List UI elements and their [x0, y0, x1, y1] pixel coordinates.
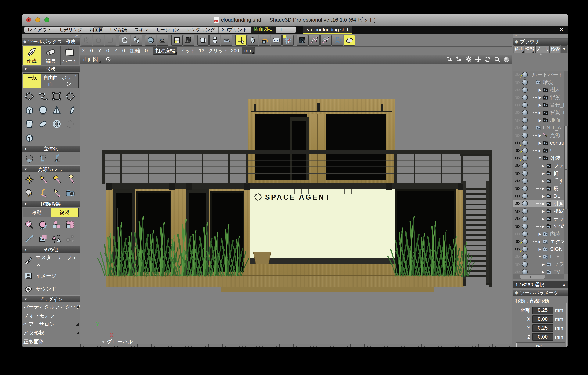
expand-arrow-icon[interactable]: ▶ — [538, 141, 542, 145]
visibility-eye-icon[interactable] — [514, 125, 521, 131]
param-value-input[interactable]: 0.00 — [532, 333, 553, 341]
visibility-eye-icon[interactable] — [514, 102, 521, 108]
tree-row-腰窓[interactable]: ▶腰窓 — [513, 207, 564, 215]
plugin-パーティクルフィジックス[interactable]: パーティクルフィジックス — [21, 302, 80, 311]
image-item[interactable]: イメージ — [21, 269, 80, 283]
pane-grid-button[interactable] — [183, 35, 194, 46]
tube-light-tool[interactable] — [50, 173, 63, 185]
render-toggle-sphere[interactable] — [522, 216, 528, 222]
render-toggle-sphere[interactable] — [522, 246, 528, 252]
render-toggle-sphere[interactable] — [522, 178, 528, 184]
tree-row-FFE[interactable]: ▼FFE — [513, 253, 564, 261]
expand-arrow-icon[interactable]: ▶ — [541, 262, 546, 266]
param-value-input[interactable]: 0.25 — [532, 324, 553, 332]
render-toggle-sphere[interactable] — [522, 72, 528, 77]
workspace-tab-4[interactable]: UV 編集 — [107, 27, 131, 33]
sphere-arrows-tool[interactable] — [23, 187, 36, 199]
visibility-eye-icon[interactable] — [514, 261, 521, 267]
zoom-window-button[interactable] — [44, 17, 49, 22]
render-toggle-sphere[interactable] — [522, 261, 528, 267]
tree-row-エクステリ[interactable]: ✓▶エクステリ — [513, 238, 564, 245]
zoom-icon[interactable] — [494, 56, 501, 63]
magnify-arrow-tool[interactable] — [23, 219, 36, 231]
visibility-eye-icon[interactable] — [514, 193, 521, 199]
workspace-tab-7[interactable]: レンダリング — [183, 27, 219, 33]
toolbox-tab-作成[interactable]: 作成 — [22, 45, 41, 65]
grid-wrench-button[interactable] — [282, 35, 294, 46]
expand-arrow-icon[interactable]: ▶ — [541, 217, 546, 221]
param-value-input[interactable]: 0.00 — [532, 315, 553, 323]
coil-button[interactable] — [209, 35, 220, 46]
tree-row-背景[interactable]: ▶背景 — [513, 94, 564, 101]
visibility-eye-icon[interactable] — [514, 87, 521, 93]
view-label-dropdown[interactable]: 正面図 — [83, 56, 101, 63]
cube-tool[interactable] — [23, 104, 36, 116]
collapse-left-icon[interactable]: « — [75, 34, 78, 39]
plugin-ヘアーサロン[interactable]: ヘアーサロン — [21, 320, 80, 329]
plugin-正多面体[interactable]: 正多面体 — [21, 337, 80, 346]
tree-row-DL[interactable]: ▶DL — [513, 192, 564, 200]
confirm-button[interactable]: 確定 — [516, 342, 565, 347]
visibility-eye-icon[interactable] — [514, 117, 521, 123]
expand-arrow-icon[interactable]: ▶ — [538, 133, 542, 138]
tree-row-地面[interactable]: ▶地面 — [513, 116, 564, 124]
section-collapse-icon[interactable]: ▼ — [24, 147, 27, 151]
render-toggle-sphere[interactable] — [522, 163, 528, 168]
grid-round-button[interactable] — [197, 35, 209, 46]
tree-row-UNIT_A[interactable]: UNIT_A — [513, 124, 564, 132]
circle-points-tool[interactable] — [64, 90, 76, 102]
cloud-button[interactable] — [344, 35, 355, 46]
section-collapse-icon[interactable]: ▼ — [24, 202, 27, 206]
tree-row-光源[interactable]: ▶光源 — [513, 132, 564, 139]
tree-row-外階段[interactable]: ▶外階段 — [513, 222, 564, 230]
orbit-icon[interactable] — [484, 56, 491, 63]
grid-cursor-button[interactable] — [235, 35, 247, 46]
car-button[interactable] — [221, 35, 232, 46]
collapse-right-icon[interactable]: » — [515, 33, 517, 39]
toolbox-tab-パート[interactable]: パート — [60, 45, 79, 65]
render-toggle-sphere[interactable] — [522, 102, 528, 108]
rotate-ball-tool[interactable] — [37, 219, 49, 231]
tree-row-ブライン[interactable]: ▶ブライン — [513, 261, 564, 268]
expand-arrow-icon[interactable]: ▶ — [538, 118, 542, 122]
segment-ポリゴン[interactable]: ポリゴン — [60, 74, 78, 88]
grid-cross-button[interactable] — [297, 35, 308, 46]
visibility-eye-icon[interactable] — [514, 178, 521, 184]
visibility-eye-icon[interactable] — [514, 79, 521, 85]
visibility-eye-icon[interactable] — [514, 110, 521, 115]
coordinate-space-dropdown[interactable]: ▼グローバル — [102, 338, 133, 343]
tree-row-背景_映り込[interactable]: ▶背景_映り込 — [513, 101, 564, 109]
open-curve-tool[interactable] — [37, 90, 49, 102]
render-toggle-sphere[interactable] — [522, 223, 528, 229]
plugin-メタ形状[interactable]: メタ形状 — [21, 329, 80, 337]
scale-boxes2-tool[interactable] — [64, 219, 76, 231]
prim-ghost-2-button[interactable] — [93, 35, 104, 46]
unit-dropdown[interactable]: mm — [242, 47, 255, 54]
section-header-その他[interactable]: ▼その他 — [21, 246, 80, 253]
pane-window-button[interactable] — [171, 35, 183, 46]
visibility-eye-icon[interactable] — [514, 186, 521, 191]
render-toggle-sphere[interactable] — [522, 193, 528, 199]
workspace-tab-2[interactable]: モデリング — [55, 27, 86, 33]
workspace-tab-6[interactable]: モーション — [152, 27, 183, 33]
document-tab[interactable]: × cloudfunding.shd — [303, 26, 352, 33]
visibility-eye-icon[interactable] — [514, 72, 521, 77]
render-toggle-sphere[interactable] — [522, 132, 528, 138]
spot-light-tool[interactable] — [37, 173, 49, 185]
capsule-tool[interactable] — [37, 118, 49, 130]
tabbar-close-icon[interactable]: ✕ — [559, 26, 564, 33]
mesh-sphere-button[interactable] — [332, 35, 343, 46]
render-toggle-sphere[interactable] — [522, 231, 528, 237]
visibility-eye-icon[interactable] — [514, 170, 521, 176]
expand-arrow-icon[interactable]: ▶ — [538, 247, 542, 251]
expand-arrow-icon[interactable]: ▶ — [538, 148, 542, 153]
browser-tab-menu-icon[interactable]: ▼ — [561, 45, 567, 53]
tree-row-ルートパート[interactable]: ✓ルートパート — [513, 71, 564, 78]
expand-arrow-icon[interactable]: ▼ — [538, 156, 542, 160]
visibility-eye-icon[interactable] — [514, 208, 521, 214]
visibility-eye-icon[interactable] — [514, 254, 521, 260]
prim-ghost-3-button[interactable] — [105, 35, 116, 46]
workspace-tab-1[interactable]: レイアウト — [24, 27, 55, 33]
detail-minus-icon[interactable] — [446, 56, 453, 63]
param-value-input[interactable]: 0.25 — [532, 307, 553, 314]
